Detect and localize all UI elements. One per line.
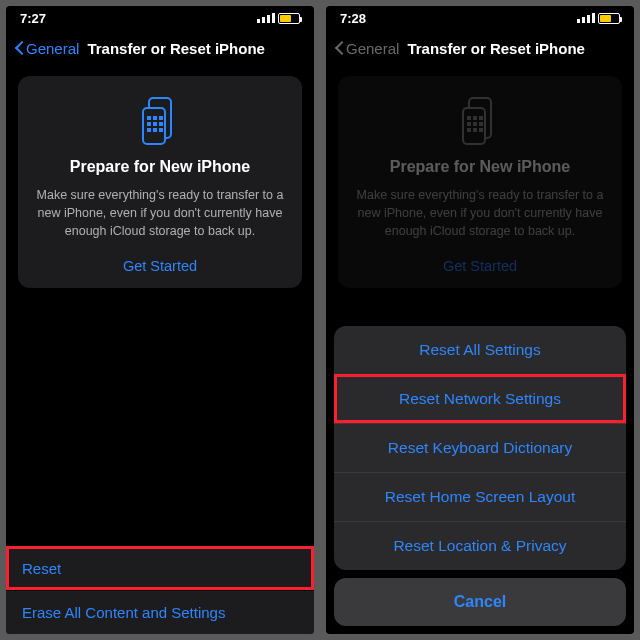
- svg-rect-7: [159, 122, 163, 126]
- nav-bar: General Transfer or Reset iPhone: [326, 30, 634, 66]
- reset-row[interactable]: Reset: [6, 546, 314, 590]
- content-area: Prepare for New iPhone Make sure everyth…: [326, 66, 634, 634]
- signal-icon: [257, 13, 275, 23]
- svg-rect-10: [159, 128, 163, 132]
- status-indicators: [577, 13, 620, 24]
- signal-icon: [577, 13, 595, 23]
- back-button[interactable]: General: [334, 40, 399, 57]
- svg-rect-2: [147, 116, 151, 120]
- screenshot-left: 7:27 General Transfer or Reset iPhone: [6, 6, 314, 634]
- status-time: 7:27: [20, 11, 46, 26]
- option-label: Reset Home Screen Layout: [385, 488, 575, 505]
- reset-location-privacy-button[interactable]: Reset Location & Privacy: [334, 521, 626, 570]
- get-started-button[interactable]: Get Started: [32, 258, 288, 274]
- reset-action-sheet: Reset All Settings Reset Network Setting…: [334, 326, 626, 626]
- svg-rect-3: [153, 116, 157, 120]
- screenshot-right: 7:28 General Transfer or Reset iPhone: [326, 6, 634, 634]
- svg-rect-5: [147, 122, 151, 126]
- svg-rect-6: [153, 122, 157, 126]
- cancel-label: Cancel: [454, 593, 506, 610]
- erase-row[interactable]: Erase All Content and Settings: [6, 590, 314, 634]
- page-title: Transfer or Reset iPhone: [407, 40, 585, 57]
- erase-label: Erase All Content and Settings: [22, 604, 225, 621]
- cancel-button[interactable]: Cancel: [334, 578, 626, 626]
- reset-keyboard-dictionary-button[interactable]: Reset Keyboard Dictionary: [334, 423, 626, 472]
- reset-home-screen-layout-button[interactable]: Reset Home Screen Layout: [334, 472, 626, 521]
- option-label: Reset All Settings: [419, 341, 540, 358]
- back-button[interactable]: General: [14, 40, 79, 57]
- status-bar: 7:28: [326, 6, 634, 30]
- nav-bar: General Transfer or Reset iPhone: [6, 30, 314, 66]
- battery-icon: [278, 13, 300, 24]
- status-indicators: [257, 13, 300, 24]
- chevron-left-icon: [14, 40, 24, 56]
- reset-all-settings-button[interactable]: Reset All Settings: [334, 326, 626, 374]
- reset-network-settings-button[interactable]: Reset Network Settings: [334, 374, 626, 423]
- option-label: Reset Location & Privacy: [393, 537, 566, 554]
- svg-rect-9: [153, 128, 157, 132]
- svg-rect-4: [159, 116, 163, 120]
- back-label: General: [346, 40, 399, 57]
- back-label: General: [26, 40, 79, 57]
- card-body: Make sure everything's ready to transfer…: [32, 186, 288, 240]
- reset-label: Reset: [22, 560, 61, 577]
- page-title: Transfer or Reset iPhone: [87, 40, 265, 57]
- transfer-phones-icon: [32, 94, 288, 148]
- battery-icon: [598, 13, 620, 24]
- status-time: 7:28: [340, 11, 366, 26]
- sheet-options: Reset All Settings Reset Network Setting…: [334, 326, 626, 570]
- bottom-list: Reset Erase All Content and Settings: [6, 546, 314, 634]
- option-label: Reset Keyboard Dictionary: [388, 439, 572, 456]
- content-area: Prepare for New iPhone Make sure everyth…: [6, 66, 314, 634]
- prepare-card: Prepare for New iPhone Make sure everyth…: [18, 76, 302, 288]
- option-label: Reset Network Settings: [399, 390, 561, 407]
- status-bar: 7:27: [6, 6, 314, 30]
- chevron-left-icon: [334, 40, 344, 56]
- card-title: Prepare for New iPhone: [32, 158, 288, 176]
- svg-rect-8: [147, 128, 151, 132]
